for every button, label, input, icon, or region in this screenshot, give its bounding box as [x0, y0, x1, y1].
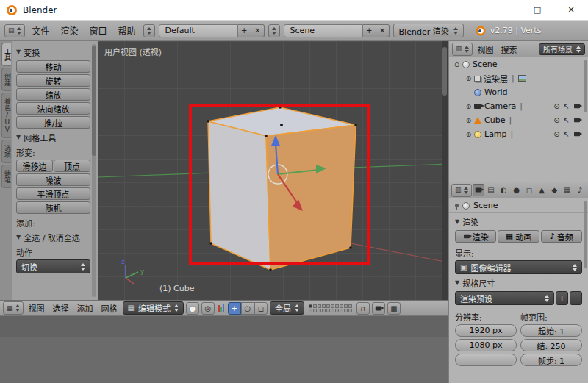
- outliner-item-label[interactable]: Lamp: [484, 129, 507, 139]
- renderability-toggle[interactable]: [574, 132, 580, 137]
- manipulator-translate-button[interactable]: +: [228, 302, 241, 315]
- tab-create[interactable]: 创建: [1, 68, 11, 91]
- opengl-render-anim-button[interactable]: ▦: [387, 302, 401, 315]
- pin-icon[interactable]: [455, 204, 459, 207]
- tab-grease-pencil[interactable]: 蜡笔: [1, 165, 11, 188]
- expand-toggle[interactable]: ⊕: [465, 103, 473, 110]
- pivot-center-dropdown[interactable]: ◎: [201, 302, 215, 315]
- render-engine-dropdown[interactable]: Blender 渲染: [393, 24, 464, 37]
- display-mode-dropdown[interactable]: ▣ 图像编辑器: [455, 260, 582, 274]
- snap-toggle-button[interactable]: ∩: [356, 302, 370, 315]
- menu-add[interactable]: 添加: [74, 302, 96, 314]
- selectability-toggle[interactable]: ↖: [564, 102, 570, 110]
- render-presets-dropdown[interactable]: 渲染预设: [455, 291, 554, 305]
- visibility-toggle[interactable]: ⊙: [553, 116, 559, 124]
- panel-select-all-header[interactable]: ▼ 全选 / 取消全选: [16, 232, 90, 243]
- opengl-render-button[interactable]: [372, 302, 385, 315]
- outliner-item-label[interactable]: Cube: [484, 115, 505, 125]
- outliner-row-renderlayers[interactable]: ⊕ 渲染层 |: [449, 71, 588, 85]
- translate-button[interactable]: 移动: [16, 60, 90, 73]
- menu-render[interactable]: 渲染: [57, 24, 82, 37]
- selectability-toggle[interactable]: ↖: [564, 116, 570, 124]
- viewport-shading-dropdown[interactable]: ●: [186, 302, 199, 315]
- menu-help[interactable]: 帮助: [115, 24, 140, 37]
- animation-button[interactable]: ▦ 动画: [498, 230, 539, 243]
- select-action-dropdown[interactable]: 切换: [16, 259, 90, 273]
- menu-mesh[interactable]: 网格: [98, 302, 121, 314]
- noise-button[interactable]: 噪波: [16, 173, 90, 186]
- properties-scrollbar[interactable]: [584, 201, 587, 268]
- menu-view[interactable]: 视图: [26, 302, 48, 314]
- outliner-row-lamp[interactable]: ⊕ Lamp | ⊙ ↖: [449, 127, 588, 141]
- scale-button[interactable]: 缩放: [16, 88, 90, 101]
- scene-add-button[interactable]: +: [363, 24, 376, 37]
- tool-shelf-scrollbar[interactable]: [92, 44, 96, 297]
- layers-widget[interactable]: [309, 304, 352, 312]
- renderability-toggle[interactable]: [574, 104, 580, 109]
- timeline-region[interactable]: [0, 316, 448, 383]
- outliner-row-cube[interactable]: ⊕ Cube | ⊙ ↖: [449, 113, 588, 127]
- shrink-fatten-button[interactable]: 法向缩放: [16, 102, 90, 115]
- mode-dropdown[interactable]: ▦ 编辑模式: [123, 301, 184, 315]
- selectability-toggle[interactable]: ↖: [564, 130, 570, 138]
- tab-physics[interactable]: ♪: [574, 184, 586, 196]
- resolution-x-field[interactable]: 1920 px: [455, 324, 517, 337]
- visibility-toggle[interactable]: ⊙: [553, 102, 559, 110]
- tab-constraints[interactable]: ▲: [536, 184, 548, 196]
- panel-mesh-tools-header[interactable]: ▼ 网格工具: [16, 132, 90, 143]
- transform-orientation-dropdown[interactable]: 全局: [270, 301, 304, 315]
- tab-world[interactable]: ●: [510, 184, 522, 196]
- outliner-filter-dropdown[interactable]: 所有场景: [539, 43, 585, 55]
- tab-object[interactable]: ◻: [523, 184, 535, 196]
- menu-outliner-view[interactable]: 视图: [476, 43, 496, 55]
- menu-file[interactable]: 文件: [29, 24, 54, 37]
- preset-remove-button[interactable]: −: [570, 291, 582, 305]
- render-button[interactable]: 渲染: [455, 230, 496, 243]
- tab-modifiers[interactable]: ◆: [548, 184, 560, 196]
- tab-options[interactable]: 选项: [1, 140, 11, 163]
- outliner-item-label[interactable]: 渲染层: [484, 73, 508, 85]
- smooth-vertex-button[interactable]: 平滑顶点: [16, 187, 90, 200]
- menu-outliner-search[interactable]: 搜索: [499, 43, 520, 55]
- tab-data[interactable]: ▦: [561, 184, 573, 196]
- frame-end-field[interactable]: 结: 250: [520, 339, 582, 351]
- outliner-row-scene[interactable]: ⊖ Scene: [449, 57, 588, 71]
- expand-toggle[interactable]: ⊕: [465, 75, 473, 82]
- editor-type-button[interactable]: ▤: [4, 24, 25, 37]
- editor-type-button[interactable]: ▥: [452, 43, 473, 56]
- maximize-button[interactable]: □: [520, 0, 554, 20]
- expand-toggle[interactable]: ⊖: [453, 61, 461, 68]
- close-button[interactable]: ✕: [554, 0, 588, 20]
- audio-button[interactable]: ♪ 音频: [541, 230, 582, 243]
- manipulator-scale-button[interactable]: ◻: [254, 302, 268, 315]
- outliner-item-label[interactable]: Camera: [484, 101, 516, 111]
- renderability-toggle[interactable]: [574, 118, 580, 123]
- layout-add-button[interactable]: +: [238, 24, 251, 37]
- outliner-item-label[interactable]: Scene: [473, 60, 498, 69]
- panel-render-header[interactable]: ▼ 渲染: [455, 216, 582, 228]
- panel-transform-header[interactable]: ▼ 变换: [16, 46, 90, 58]
- viewport-scrollbar[interactable]: [442, 41, 448, 300]
- tab-shading-uv[interactable]: 着色/UV: [1, 93, 11, 138]
- panel-dimensions-header[interactable]: ▼ 规格尺寸: [455, 277, 582, 289]
- layout-name-field[interactable]: Default: [159, 24, 238, 37]
- menu-window[interactable]: 窗口: [86, 24, 111, 37]
- expand-toggle[interactable]: ⊕: [465, 117, 473, 124]
- editor-type-button[interactable]: ▦: [3, 301, 24, 315]
- layout-unlink-button[interactable]: ✕: [251, 24, 265, 37]
- resolution-y-field[interactable]: 1080 px: [455, 339, 517, 351]
- frame-start-field[interactable]: 起始: 1: [520, 324, 582, 337]
- vertex-slide-button[interactable]: 顶点: [54, 160, 90, 172]
- scrollbar-thumb[interactable]: [442, 47, 447, 96]
- randomize-button[interactable]: 随机: [16, 201, 90, 214]
- scene-name-field[interactable]: Scene: [284, 24, 363, 37]
- push-pull-button[interactable]: 推/拉: [16, 116, 90, 129]
- editor-type-button[interactable]: ▥: [451, 184, 472, 197]
- rotate-button[interactable]: 旋转: [16, 74, 90, 87]
- tab-render-layers[interactable]: ▤: [485, 184, 497, 196]
- manipulator-rotate-button[interactable]: ○: [241, 302, 254, 315]
- preset-add-button[interactable]: +: [556, 291, 568, 305]
- visibility-toggle[interactable]: ⊙: [553, 130, 559, 138]
- edge-slide-button[interactable]: 滑移边: [16, 160, 53, 172]
- tab-scene[interactable]: ◐: [498, 184, 509, 196]
